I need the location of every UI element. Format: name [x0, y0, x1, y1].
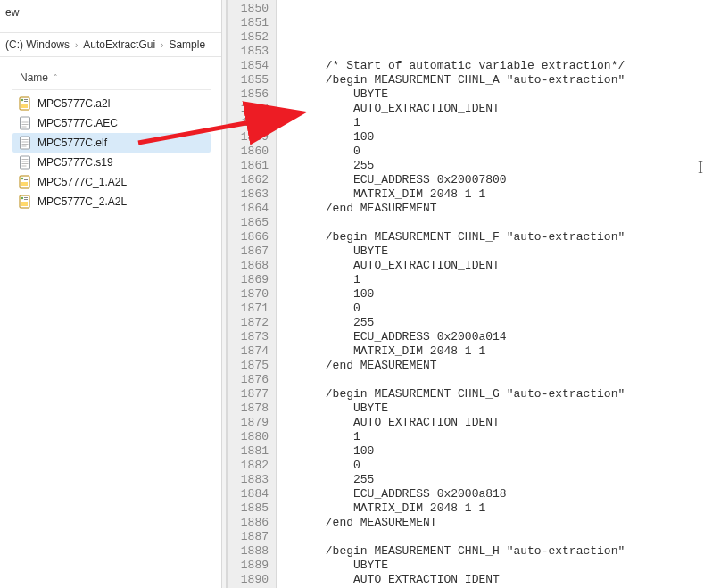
code-line[interactable]: AUTO_EXTRACTION_IDENT: [284, 416, 705, 430]
svg-rect-28: [24, 197, 28, 198]
line-number: 1861: [231, 159, 269, 173]
file-row[interactable]: MPC5777C_2.A2L: [12, 192, 211, 211]
line-number: 1889: [231, 559, 269, 573]
code-line[interactable]: UBYTE: [284, 559, 705, 573]
code-line[interactable]: 255: [284, 159, 705, 173]
code-line[interactable]: 1: [284, 430, 705, 444]
code-line[interactable]: MATRIX_DIM 2048 1 1: [284, 501, 705, 516]
svg-rect-26: [21, 202, 28, 206]
svg-rect-5: [21, 117, 30, 129]
line-number: 1873: [231, 330, 269, 344]
code-line[interactable]: [284, 30, 705, 45]
code-line[interactable]: 255: [284, 473, 705, 487]
line-number: 1857: [231, 102, 269, 116]
svg-rect-12: [22, 142, 29, 143]
code-editor[interactable]: 1850185118521853185418551856185718581859…: [227, 0, 712, 588]
code-line[interactable]: MATRIX_DIM 2048 1 1: [284, 187, 705, 202]
line-number: 1855: [231, 73, 269, 87]
code-line[interactable]: /end MEASUREMENT: [284, 359, 705, 373]
code-line[interactable]: UBYTE: [284, 87, 705, 102]
breadcrumb[interactable]: (C:) Windows › AutoExtractGui › Sample: [0, 32, 221, 57]
line-number: 1871: [231, 302, 269, 316]
code-line[interactable]: AUTO_EXTRACTION_IDENT: [284, 573, 705, 587]
code-line[interactable]: [284, 530, 705, 544]
svg-point-27: [21, 197, 23, 199]
line-number-gutter: 1850185118521853185418551856185718581859…: [227, 0, 277, 588]
line-number: 1887: [231, 530, 269, 544]
code-line[interactable]: /begin MEASUREMENT CHNL_A "auto-extracti…: [284, 73, 705, 87]
file-a2l-icon: [18, 96, 32, 111]
breadcrumb-item[interactable]: (C:) Windows: [4, 37, 71, 52]
line-number: 1851: [231, 16, 269, 30]
file-row[interactable]: MPC5777C.a2l: [12, 94, 211, 113]
code-line[interactable]: /* Start of automatic variable extractio…: [284, 59, 705, 73]
line-number: 1860: [231, 145, 269, 159]
code-line[interactable]: /end MEASUREMENT: [284, 516, 705, 530]
code-line[interactable]: 0: [284, 459, 705, 473]
svg-rect-11: [22, 139, 29, 140]
breadcrumb-item[interactable]: Sample: [167, 37, 207, 52]
file-name-label: MPC5777C.a2l: [37, 97, 110, 110]
code-content[interactable]: /* Start of automatic variable extractio…: [277, 0, 712, 588]
menu-fragment[interactable]: ew: [0, 4, 24, 21]
file-row[interactable]: MPC5777C.s19: [12, 153, 211, 172]
line-number: 1874: [231, 344, 269, 359]
file-row[interactable]: MPC5777C_1.A2L: [12, 172, 211, 192]
svg-rect-1: [21, 104, 28, 108]
svg-rect-9: [22, 127, 27, 128]
svg-point-22: [21, 178, 23, 179]
code-line[interactable]: MATRIX_DIM 2048 1 1: [284, 344, 705, 359]
line-number: 1877: [231, 387, 269, 402]
code-line[interactable]: 100: [284, 444, 705, 459]
line-number: 1879: [231, 416, 269, 430]
code-line[interactable]: /begin MEASUREMENT CHNL_F "auto-extracti…: [284, 230, 705, 244]
code-line[interactable]: 1: [284, 273, 705, 287]
file-row[interactable]: MPC5777C.AEC: [12, 113, 211, 133]
breadcrumb-item[interactable]: AutoExtractGui: [81, 37, 157, 52]
svg-rect-4: [24, 101, 28, 102]
code-line[interactable]: ECU_ADDRESS 0x2000a818: [284, 487, 705, 501]
line-number: 1886: [231, 516, 269, 530]
code-line[interactable]: /end MEASUREMENT: [284, 202, 705, 216]
svg-rect-17: [22, 161, 29, 162]
file-generic-icon: [18, 155, 32, 170]
line-number: 1864: [231, 202, 269, 216]
code-line[interactable]: [284, 373, 705, 387]
code-line[interactable]: 0: [284, 302, 705, 316]
chevron-up-icon: ˄: [54, 73, 58, 82]
code-line[interactable]: AUTO_EXTRACTION_IDENT: [284, 102, 705, 116]
file-name-label: MPC5777C.AEC: [37, 117, 118, 129]
code-line[interactable]: ECU_ADDRESS 0x20007800: [284, 173, 705, 187]
code-line[interactable]: [284, 45, 705, 59]
line-number: 1876: [231, 373, 269, 387]
code-line[interactable]: /begin MEASUREMENT CHNL_H "auto-extracti…: [284, 544, 705, 559]
svg-rect-29: [24, 199, 28, 200]
line-number: 1881: [231, 444, 269, 459]
svg-rect-23: [24, 178, 28, 178]
column-header-name[interactable]: Name ˄: [12, 68, 211, 90]
line-number: 1883: [231, 473, 269, 487]
code-line[interactable]: UBYTE: [284, 244, 705, 259]
code-line[interactable]: 1: [284, 116, 705, 130]
svg-rect-16: [22, 159, 29, 160]
code-line[interactable]: /begin MEASUREMENT CHNL_G "auto-extracti…: [284, 387, 705, 402]
files-container: MPC5777C.a2lMPC5777C.AECMPC5777C.elfMPC5…: [12, 90, 211, 211]
line-number: 1866: [231, 230, 269, 244]
line-number: 1865: [231, 216, 269, 230]
code-line[interactable]: UBYTE: [284, 402, 705, 416]
svg-point-2: [21, 99, 23, 101]
code-line[interactable]: AUTO_EXTRACTION_IDENT: [284, 259, 705, 273]
line-number: 1850: [231, 2, 269, 16]
file-row[interactable]: MPC5777C.elf: [12, 133, 211, 153]
line-number: 1854: [231, 59, 269, 73]
svg-rect-24: [24, 179, 28, 180]
line-number: 1872: [231, 316, 269, 330]
code-line[interactable]: [284, 216, 705, 230]
code-line[interactable]: 100: [284, 130, 705, 145]
svg-rect-18: [22, 163, 29, 164]
code-line[interactable]: 0: [284, 145, 705, 159]
code-line[interactable]: ECU_ADDRESS 0x2000a014: [284, 330, 705, 344]
code-line[interactable]: 100: [284, 287, 705, 302]
line-number: 1885: [231, 501, 269, 516]
code-line[interactable]: 255: [284, 316, 705, 330]
